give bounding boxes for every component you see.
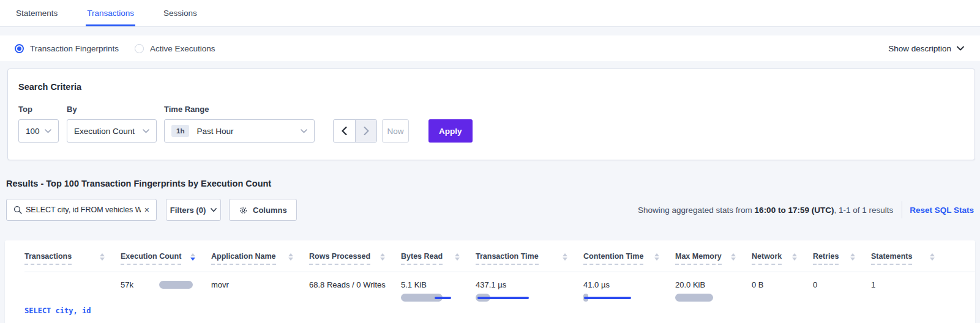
table-header-row: Transactions Execution Count Application… [24,240,975,272]
search-box[interactable]: × [6,199,157,221]
max-memory-value: 20.0 KiB [675,280,746,289]
previous-time-window-button[interactable] [334,120,355,142]
rows-processed-value: 68.8 Reads / 0 Writes [309,280,386,289]
sort-icon[interactable] [850,253,855,261]
application-name-value: movr [211,280,229,289]
show-description-toggle[interactable]: Show description [888,44,964,53]
chevron-down-icon [45,129,51,133]
top-select-value: 100 [26,127,40,136]
columns-label: Columns [253,206,287,215]
radio-label: Active Executions [150,44,215,53]
now-button[interactable]: Now [382,119,409,143]
bytes-read-bar [401,294,469,302]
network-value: 0 B [752,280,764,289]
sort-icon[interactable] [792,253,797,261]
reset-sql-stats-link[interactable]: Reset SQL Stats [910,206,974,215]
bytes-read-value: 5.1 KiB [401,280,469,289]
time-range-badge: 1h [171,125,189,137]
show-description-label: Show description [888,44,951,53]
chevron-right-icon [364,127,369,135]
chevron-down-icon [957,46,964,51]
next-time-window-button[interactable] [355,120,376,142]
column-header-network[interactable]: Network [752,252,813,265]
retries-value: 0 [813,280,817,289]
column-header-execution-count[interactable]: Execution Count [121,252,211,265]
by-label: By [67,105,157,114]
sort-icon[interactable] [731,253,736,261]
max-memory-bar [675,294,746,302]
radio-active-executions[interactable]: Active Executions [135,44,215,53]
radio-label: Transaction Fingerprints [30,44,119,53]
sort-icon[interactable] [654,253,659,261]
sort-icon[interactable] [190,253,195,261]
transactions-table: Transactions Execution Count Application… [5,240,975,323]
execution-count-bar [159,281,193,289]
statements-value: 1 [871,280,875,289]
transaction-time-value: 437.1 µs [476,280,577,289]
chevron-down-icon [301,129,307,133]
time-range-value: Past Hour [196,127,233,136]
contention-time-bar [583,294,669,302]
search-criteria-panel: Search Criteria Top 100 By Execution Cou… [7,69,975,160]
chevron-left-icon [342,127,347,135]
sort-icon[interactable] [930,253,935,261]
clear-search-icon[interactable]: × [144,206,149,214]
sort-icon[interactable] [380,253,385,261]
search-criteria-title: Search Criteria [18,82,965,92]
chevron-down-icon [143,129,149,133]
tab-statements[interactable]: Statements [15,0,59,26]
column-header-transactions[interactable]: Transactions [24,252,121,265]
top-label: Top [18,105,59,114]
view-toggle-bar: Transaction Fingerprints Active Executio… [0,35,980,61]
top-select[interactable]: 100 [18,119,59,143]
tab-transactions[interactable]: Transactions [86,0,135,26]
search-input[interactable] [26,206,141,214]
by-select-value: Execution Count [74,127,135,136]
table-row: SELECT city, id FROM vehicles 57k movr 6… [24,272,975,323]
divider [902,201,902,218]
page-tabs: Statements Transactions Sessions [0,0,980,27]
results-toolbar: × Filters (0) Columns Showing aggregated… [6,199,975,221]
sort-icon[interactable] [100,253,105,261]
column-header-transaction-time[interactable]: Transaction Time [476,252,583,265]
time-range-label: Time Range [164,105,315,114]
filters-button[interactable]: Filters (0) [166,199,221,221]
tab-sessions[interactable]: Sessions [162,0,198,26]
chevron-down-icon [211,208,217,212]
results-heading: Results - Top 100 Transaction Fingerprin… [6,179,980,188]
radio-unselected-icon [135,44,144,53]
stats-time-range: 16:00 to 17:59 (UTC) [755,206,834,215]
column-header-application-name[interactable]: Application Name [211,252,309,265]
aggregated-stats-text: Showing aggregated stats from 16:00 to 1… [638,206,893,215]
sort-icon[interactable] [455,253,460,261]
column-header-contention-time[interactable]: Contention Time [583,252,675,265]
transaction-fingerprint-link[interactable]: SELECT city, id FROM vehicles [24,280,114,323]
sort-icon[interactable] [563,253,567,261]
column-header-bytes-read[interactable]: Bytes Read [401,252,476,265]
radio-selected-icon [15,44,24,53]
contention-time-value: 41.0 µs [583,280,669,289]
apply-button[interactable]: Apply [428,119,473,143]
column-header-max-memory[interactable]: Max Memory [675,252,752,265]
gear-icon [239,206,248,215]
column-header-retries[interactable]: Retries [813,252,871,265]
by-select[interactable]: Execution Count [67,119,157,143]
time-range-select[interactable]: 1h Past Hour [164,119,315,143]
execution-count-value: 57k [121,280,133,289]
time-window-arrows [333,119,377,143]
filters-label: Filters (0) [170,206,206,215]
transaction-time-bar [476,294,577,302]
columns-button[interactable]: Columns [229,199,297,221]
sort-icon[interactable] [288,253,293,261]
radio-transaction-fingerprints[interactable]: Transaction Fingerprints [15,44,119,53]
column-header-rows-processed[interactable]: Rows Processed [309,252,401,265]
search-icon [13,206,22,214]
column-header-statements[interactable]: Statements [871,252,951,265]
